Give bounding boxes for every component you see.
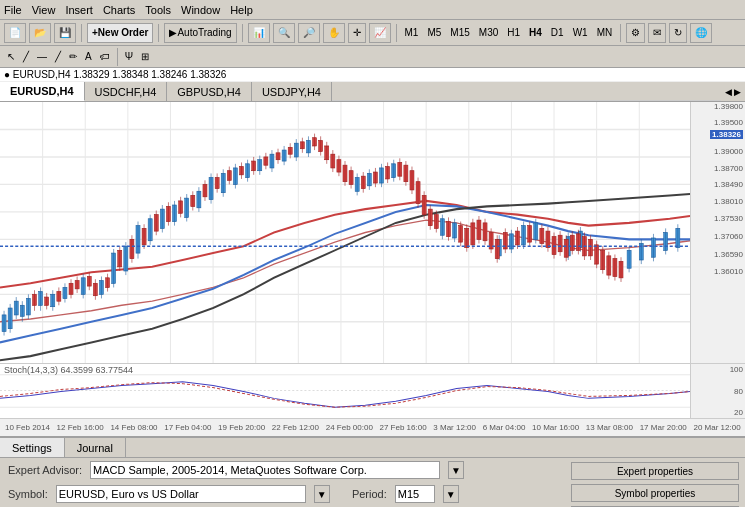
- globe-btn[interactable]: 🌐: [690, 23, 712, 43]
- cursor-btn[interactable]: ↖: [4, 50, 18, 63]
- crosshair-btn[interactable]: ✛: [348, 23, 366, 43]
- sep2: [158, 24, 159, 42]
- settings-btn[interactable]: ⚙: [626, 23, 645, 43]
- tf-h1[interactable]: H1: [504, 26, 523, 39]
- price-1: 1.39800: [714, 102, 743, 111]
- bottom-tabs: Settings Journal: [0, 438, 745, 458]
- expert-properties-btn[interactable]: Expert properties: [571, 462, 739, 480]
- label-btn[interactable]: 🏷: [97, 50, 113, 63]
- period-sep-btn[interactable]: 📈: [369, 23, 391, 43]
- autotrading-label: AutoTrading: [177, 27, 231, 38]
- bottom-panel: Settings Journal Expert Advisor: ▼ Symbo…: [0, 436, 745, 507]
- tf-m5[interactable]: M5: [424, 26, 444, 39]
- sep5: [620, 24, 621, 42]
- price-8: 1.37060: [714, 232, 743, 241]
- tf-mn[interactable]: MN: [594, 26, 616, 39]
- expert-advisor-row: Expert Advisor: ▼: [0, 458, 565, 482]
- period-input[interactable]: [395, 485, 435, 503]
- symbol-dropdown-btn[interactable]: ▼: [314, 485, 330, 503]
- price-4: 1.38700: [714, 164, 743, 173]
- panel-content: Expert Advisor: ▼ Symbol: ▼ Period: ▼ Mo…: [0, 458, 745, 507]
- autotrading-button[interactable]: ▶ AutoTrading: [164, 23, 236, 43]
- pencil-btn[interactable]: ✏: [66, 50, 80, 63]
- sep3: [242, 24, 243, 42]
- sep6: [117, 48, 118, 66]
- menu-help[interactable]: Help: [230, 4, 253, 16]
- zoom-in-btn[interactable]: 🔍: [273, 23, 295, 43]
- gann-btn[interactable]: ⊞: [138, 50, 152, 63]
- menu-bar: File View Insert Charts Tools Window Hel…: [0, 0, 745, 20]
- hline-btn[interactable]: —: [34, 50, 50, 63]
- price-axis: 1.39800 1.39500 1.38326 1.39000 1.38700 …: [690, 102, 745, 363]
- refresh-btn[interactable]: ↻: [669, 23, 687, 43]
- text-btn[interactable]: A: [82, 50, 95, 63]
- tab-gbpusd[interactable]: GBPUSD,H4: [167, 82, 252, 101]
- tab-spacer: [332, 82, 721, 101]
- ray-btn[interactable]: ╱: [52, 50, 64, 63]
- symbol-label: Symbol:: [8, 488, 48, 500]
- chart-info-text: ● EURUSD,H4 1.38329 1.38348 1.38246 1.38…: [4, 69, 226, 80]
- save-btn[interactable]: 💾: [54, 23, 76, 43]
- open-btn[interactable]: 📂: [29, 23, 51, 43]
- period-label: Period:: [352, 488, 387, 500]
- sep4: [396, 24, 397, 42]
- expert-dropdown-btn[interactable]: ▼: [448, 461, 464, 479]
- tab-journal[interactable]: Journal: [65, 438, 126, 457]
- tf-m15[interactable]: M15: [447, 26, 472, 39]
- new-file-btn[interactable]: 📄: [4, 23, 26, 43]
- price-3: 1.39000: [714, 147, 743, 156]
- tab-eurusd[interactable]: EURUSD,H4: [0, 82, 85, 101]
- tf-h4[interactable]: H4: [526, 26, 545, 39]
- price-9: 1.36590: [714, 250, 743, 259]
- tab-usdjpy[interactable]: USDJPY,H4: [252, 82, 332, 101]
- toolbar2: ↖ ╱ — ╱ ✏ A 🏷 Ψ ⊞: [0, 46, 745, 68]
- osc-mid: 80: [734, 387, 743, 396]
- tf-w1[interactable]: W1: [570, 26, 591, 39]
- date-labels: 10 Feb 2014 12 Feb 16:00 14 Feb 08:00 17…: [5, 423, 745, 432]
- menu-file[interactable]: File: [4, 4, 22, 16]
- osc-chart-area[interactable]: Stoch(14,3,3) 64.3599 63.77544: [0, 364, 690, 418]
- date-axis: 10 Feb 2014 12 Feb 16:00 14 Feb 08:00 17…: [0, 418, 745, 436]
- osc-axis: 100 80 20: [690, 364, 745, 418]
- symbol-input[interactable]: [56, 485, 306, 503]
- tab-nav: ◀ ▶: [721, 82, 745, 101]
- chart-btn[interactable]: 📊: [248, 23, 270, 43]
- tf-d1[interactable]: D1: [548, 26, 567, 39]
- symbol-properties-btn[interactable]: Symbol properties: [571, 484, 739, 502]
- line-btn[interactable]: ╱: [20, 50, 32, 63]
- expert-advisor-label: Expert Advisor:: [8, 464, 82, 476]
- tab-prev[interactable]: ◀: [725, 87, 732, 97]
- menu-insert[interactable]: Insert: [65, 4, 93, 16]
- period-dropdown-btn[interactable]: ▼: [443, 485, 459, 503]
- tf-m30[interactable]: M30: [476, 26, 501, 39]
- chart-main: 1.39800 1.39500 1.38326 1.39000 1.38700 …: [0, 102, 745, 363]
- price-chart-area[interactable]: [0, 102, 690, 363]
- osc-low: 20: [734, 408, 743, 417]
- menu-charts[interactable]: Charts: [103, 4, 135, 16]
- panel-left: Expert Advisor: ▼ Symbol: ▼ Period: ▼ Mo…: [0, 458, 565, 507]
- price-2: 1.39500: [714, 118, 743, 127]
- tab-next[interactable]: ▶: [734, 87, 741, 97]
- current-price: 1.38326: [710, 130, 743, 139]
- symbol-row: Symbol: ▼ Period: ▼: [0, 482, 565, 506]
- zoom-out-btn[interactable]: 🔎: [298, 23, 320, 43]
- hand-btn[interactable]: ✋: [323, 23, 345, 43]
- chart-tabs: EURUSD,H4 USDCHF,H4 GBPUSD,H4 USDJPY,H4 …: [0, 82, 745, 102]
- menu-view[interactable]: View: [32, 4, 56, 16]
- expert-advisor-input[interactable]: [90, 461, 440, 479]
- price-10: 1.36010: [714, 267, 743, 276]
- candlestick-chart: [0, 102, 690, 363]
- oscillator-section: Stoch(14,3,3) 64.3599 63.77544 100 80 20: [0, 363, 745, 418]
- osc-label: Stoch(14,3,3) 64.3599 63.77544: [4, 365, 133, 375]
- menu-tools[interactable]: Tools: [145, 4, 171, 16]
- menu-window[interactable]: Window: [181, 4, 220, 16]
- price-6: 1.38010: [714, 197, 743, 206]
- tf-m1[interactable]: M1: [402, 26, 422, 39]
- new-order-label: New Order: [98, 27, 149, 38]
- tab-settings[interactable]: Settings: [0, 438, 65, 457]
- new-order-button[interactable]: + New Order: [87, 23, 153, 43]
- tab-usdchf[interactable]: USDCHF,H4: [85, 82, 168, 101]
- panel-right: Expert properties Symbol properties Open…: [565, 458, 745, 507]
- fib-btn[interactable]: Ψ: [122, 50, 136, 63]
- mail-btn[interactable]: ✉: [648, 23, 666, 43]
